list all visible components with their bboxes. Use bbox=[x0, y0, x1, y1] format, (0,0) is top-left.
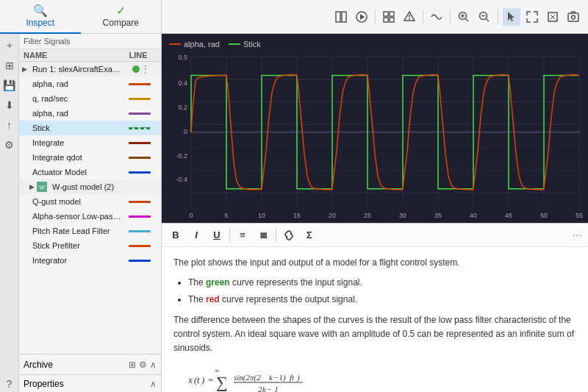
svg-text:0.4: 0.4 bbox=[179, 79, 187, 87]
settings-button[interactable]: ⚙ bbox=[1, 137, 18, 153]
link-button[interactable] bbox=[281, 227, 297, 243]
signal-row-alpha1[interactable]: alpha, rad bbox=[19, 76, 161, 91]
group-name: Run 1: slexAircraftExample[Current... bbox=[29, 65, 121, 74]
share-button[interactable]: ↑ bbox=[1, 117, 18, 133]
bullet-button[interactable]: ≡ bbox=[234, 227, 251, 243]
svg-text:35: 35 bbox=[434, 212, 442, 219]
signal-name-integrate-qdot: Integrate qdot bbox=[29, 153, 121, 162]
svg-rect-23 bbox=[162, 34, 588, 223]
tab-inspect[interactable]: 🔍 Inspect bbox=[0, 0, 81, 34]
svg-line-16 bbox=[487, 18, 490, 21]
signal-row-alpha2[interactable]: alpha, rad bbox=[19, 106, 161, 121]
svg-text:sin(2π(2: sin(2π(2 bbox=[234, 373, 261, 382]
formula-block: x ( t ) = ∑ k =0 ∞ sin(2π(2 k −1) bbox=[188, 363, 576, 392]
underline-button[interactable]: U bbox=[209, 227, 225, 243]
signal-name-stick: Stick bbox=[29, 124, 121, 132]
svg-text:10: 10 bbox=[258, 212, 265, 219]
expand-button[interactable] bbox=[523, 8, 541, 26]
signal-row-q[interactable]: q, rad/sec bbox=[19, 91, 161, 106]
signal-line-stick bbox=[121, 127, 158, 129]
signals-list[interactable]: ▶ Run 1: slexAircraftExample[Current... … bbox=[19, 62, 161, 354]
editor-more-button[interactable]: ··· bbox=[573, 229, 582, 242]
bold-button[interactable]: B bbox=[168, 227, 184, 243]
plot-svg: 0.5 0.4 0.2 0 -0.2 -0.4 0 5 10 15 20 25 … bbox=[162, 34, 588, 223]
grid-button[interactable] bbox=[380, 8, 398, 26]
save-button[interactable]: 💾 bbox=[1, 77, 18, 93]
plot-area[interactable]: alpha, rad Stick bbox=[162, 34, 588, 223]
tab-compare[interactable]: ✓ Compare bbox=[81, 0, 162, 34]
editor-paragraph2: The difference between the shapes of the… bbox=[173, 313, 576, 356]
signal-group-run1[interactable]: ▶ Run 1: slexAircraftExample[Current... … bbox=[19, 62, 161, 76]
svg-rect-0 bbox=[336, 12, 340, 22]
signal-line-actuator bbox=[121, 171, 158, 174]
signal-name-q: q, rad/sec bbox=[29, 94, 121, 103]
svg-rect-6 bbox=[384, 18, 388, 22]
signal-row-pitchrate[interactable]: Pitch Rate Lead Filter bbox=[19, 224, 161, 238]
signal-line-pitchrate bbox=[121, 230, 158, 232]
signal-select-button[interactable] bbox=[428, 8, 445, 26]
editor-bullet-1: The green curve represents the input sig… bbox=[188, 276, 576, 290]
signal-name-integrator: Integrator bbox=[29, 256, 121, 265]
editor-sep2 bbox=[276, 229, 276, 242]
snapshot-button[interactable] bbox=[564, 8, 582, 26]
svg-text:): ) bbox=[201, 374, 204, 385]
svg-text:=: = bbox=[207, 374, 214, 385]
signal-row-stickprefilter[interactable]: Stick Prefilter bbox=[19, 238, 161, 253]
svg-text:0: 0 bbox=[184, 128, 187, 135]
svg-text:0: 0 bbox=[189, 212, 193, 219]
group-dot-menu[interactable]: ⋮ bbox=[141, 64, 150, 74]
svg-text:t: t bbox=[197, 374, 200, 385]
signal-name-integrate: Integrate bbox=[29, 138, 121, 147]
group-arrow-icon: ▶ bbox=[22, 65, 27, 73]
toolbar-sep2 bbox=[423, 10, 423, 24]
right-panel: alpha, rad Stick bbox=[162, 0, 588, 392]
signal-row-actuator[interactable]: Actuator Model bbox=[19, 165, 161, 179]
signal-row-qgust[interactable]: Q-gust model bbox=[19, 194, 161, 209]
svg-point-22 bbox=[572, 15, 576, 19]
download-button[interactable]: ⬇ bbox=[1, 97, 18, 113]
zoom-region-button[interactable] bbox=[455, 8, 473, 26]
archive-icon2[interactable]: ⚙ bbox=[139, 360, 147, 370]
archive-bar: Archive ⊞ ⚙ ∧ bbox=[19, 354, 161, 374]
layers-button[interactable]: ⊞ bbox=[1, 57, 18, 74]
inspect-icon: 🔍 bbox=[33, 4, 48, 18]
signal-name-alphasensor: Alpha-sensor Low-pass Filte... bbox=[29, 212, 121, 221]
svg-text:5: 5 bbox=[224, 212, 228, 219]
signal-row-stick[interactable]: Stick bbox=[19, 121, 161, 135]
play-button[interactable] bbox=[353, 8, 370, 26]
zoom-in-button[interactable] bbox=[476, 8, 493, 26]
editor-toolbar: B I U ≡ ≣ Σ ··· bbox=[162, 224, 588, 247]
svg-marker-3 bbox=[360, 14, 365, 20]
signal-row-integrator[interactable]: Integrator bbox=[19, 253, 161, 268]
signal-row-integrate[interactable]: Integrate bbox=[19, 135, 161, 150]
cursor-button[interactable] bbox=[503, 8, 520, 26]
fit-button[interactable] bbox=[544, 8, 562, 26]
svg-text:0.2: 0.2 bbox=[179, 104, 187, 111]
properties-expand-icon[interactable]: ∧ bbox=[150, 379, 157, 389]
archive-expand-icon[interactable]: ∧ bbox=[150, 360, 157, 370]
legend-item-alpha: alpha, rad bbox=[169, 40, 220, 49]
wgust-icon: W bbox=[37, 182, 47, 192]
svg-text:∑: ∑ bbox=[216, 373, 228, 391]
editor-bullet-2: The red curve represents the output sign… bbox=[188, 293, 576, 307]
add-button[interactable]: ＋ bbox=[1, 38, 18, 54]
toolbar-sep1 bbox=[375, 10, 376, 24]
annotate-button[interactable] bbox=[401, 8, 418, 26]
help-button[interactable]: ? bbox=[1, 376, 18, 392]
signal-row-wgust[interactable]: ▶ W W-gust model (2) bbox=[19, 179, 161, 194]
svg-text:− 1: − 1 bbox=[267, 385, 279, 392]
svg-rect-5 bbox=[390, 12, 394, 16]
layout-button[interactable] bbox=[332, 8, 350, 26]
svg-text:45: 45 bbox=[505, 212, 512, 219]
italic-button[interactable]: I bbox=[188, 227, 204, 243]
col-name-header: NAME bbox=[24, 51, 120, 60]
sigma-button[interactable]: Σ bbox=[301, 227, 318, 243]
archive-icon1[interactable]: ⊞ bbox=[129, 360, 136, 370]
col-line-header: LINE bbox=[120, 51, 157, 60]
signal-row-integrate-qdot[interactable]: Integrate qdot bbox=[19, 150, 161, 165]
signal-row-alphasensor[interactable]: Alpha-sensor Low-pass Filte... bbox=[19, 209, 161, 224]
svg-rect-1 bbox=[342, 12, 346, 22]
numbered-button[interactable]: ≣ bbox=[255, 227, 271, 243]
plot-toolbar bbox=[162, 0, 588, 34]
tab-inspect-label: Inspect bbox=[26, 18, 54, 28]
